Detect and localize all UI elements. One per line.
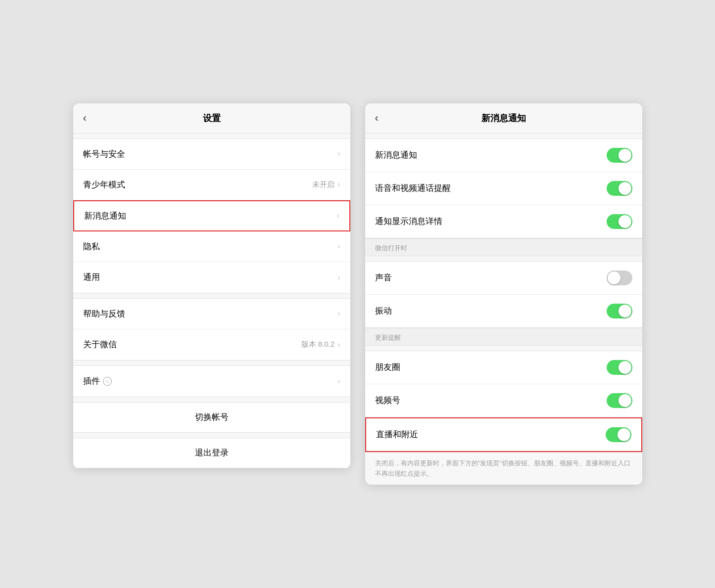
toggle-knob [619,361,631,374]
settings-plugin-group: 插件 ○ › [73,365,350,397]
plugin-label-container: 插件 ○ [83,375,112,387]
notification-item-live-nearby: 直播和附近 [365,417,642,452]
notification-live-nearby-toggle[interactable] [606,427,631,442]
settings-back-button[interactable]: ‹ [83,112,87,125]
notification-voice-video-toggle[interactable] [607,181,632,196]
settings-title: 设置 [203,112,221,124]
settings-item-general-label: 通用 [83,271,100,283]
chevron-icon: › [337,242,340,251]
switch-account-label: 切换帐号 [195,411,229,423]
notification-back-button[interactable]: ‹ [375,112,379,125]
chevron-icon: › [337,149,340,158]
settings-item-plugin-right: › [337,377,340,386]
toggle-knob [608,271,620,284]
notification-voice-video-label: 语音和视频通话提醒 [375,182,451,194]
notification-item-channels: 视频号 [365,384,642,417]
chevron-icon: › [337,309,340,318]
footer-note: 关闭后，有内容更新时，界面下方的"发现页"切换按钮、朋友圈、视频号、直播和附近入… [365,452,642,485]
toggle-knob [618,428,630,441]
notification-item-vibration: 振动 [365,295,642,327]
notification-moments-label: 朋友圈 [375,362,400,373]
settings-item-plugin-label: 插件 [83,375,100,387]
screens-container: ‹ 设置 帐号与安全 › 青少年模式 未开启 › 新消息通知 [73,103,642,485]
toggle-knob [619,149,631,162]
notification-channels-toggle[interactable] [607,393,632,408]
notification-vibration-label: 振动 [375,305,392,317]
section-update-remind-label: 更新提醒 [365,328,642,346]
settings-item-youth-right: 未开启 › [312,180,340,189]
chevron-icon: › [337,377,340,386]
settings-item-account[interactable]: 帐号与安全 › [73,139,350,170]
notification-live-nearby-label: 直播和附近 [376,429,418,440]
notification-vibration-toggle[interactable] [607,304,632,318]
chevron-icon: › [337,340,340,349]
notification-new-msg-label: 新消息通知 [375,149,417,161]
update-remind-group: 朋友圈 视频号 直播和附近 [365,351,642,452]
notification-header: ‹ 新消息通知 [365,103,642,134]
settings-item-about-right: 版本 8.0.2 › [301,340,340,349]
settings-header: ‹ 设置 [73,103,350,134]
notification-title: 新消息通知 [481,112,526,124]
settings-item-general[interactable]: 通用 › [73,262,350,293]
settings-main-group: 帐号与安全 › 青少年模式 未开启 › 新消息通知 › [73,138,350,293]
notification-moments-toggle[interactable] [607,360,632,375]
notification-item-voice-video: 语音和视频通话提醒 [365,172,642,205]
toggle-knob [619,182,631,195]
logout-button[interactable]: 退出登录 [73,438,350,468]
settings-item-privacy[interactable]: 隐私 › [73,231,350,262]
settings-item-notification[interactable]: 新消息通知 › [73,200,350,231]
switch-account-button[interactable]: 切换帐号 [73,402,350,433]
settings-item-youth-label: 青少年模式 [83,179,125,190]
settings-item-help[interactable]: 帮助与反馈 › [73,299,350,329]
logout-label: 退出登录 [195,447,229,458]
chevron-icon: › [336,211,339,220]
settings-item-privacy-label: 隐私 [83,241,100,252]
notification-sound-label: 声音 [375,272,392,283]
chevron-icon: › [337,273,340,282]
settings-item-youth-value: 未开启 [312,180,334,189]
notification-item-sound: 声音 [365,262,642,295]
settings-screen: ‹ 设置 帐号与安全 › 青少年模式 未开启 › 新消息通知 [73,103,350,468]
notification-channels-label: 视频号 [375,395,400,406]
notification-item-moments: 朋友圈 [365,351,642,384]
settings-item-privacy-right: › [337,242,340,251]
settings-item-help-right: › [337,309,340,318]
settings-item-youth[interactable]: 青少年模式 未开启 › [73,170,350,200]
settings-item-account-right: › [337,149,340,158]
toggle-knob [619,394,631,407]
settings-item-plugin[interactable]: 插件 ○ › [73,366,350,397]
section-wechat-open-label: 微信打开时 [365,238,642,256]
chevron-icon: › [337,180,340,189]
settings-secondary-group: 帮助与反馈 › 关于微信 版本 8.0.2 › [73,298,350,361]
notification-show-detail-toggle[interactable] [607,214,632,229]
toggle-knob [619,215,631,228]
wechat-open-group: 声音 振动 [365,261,642,328]
settings-item-about-value: 版本 8.0.2 [301,340,335,349]
settings-item-notification-right: › [336,211,339,220]
settings-item-about[interactable]: 关于微信 版本 8.0.2 › [73,329,350,360]
plugin-icon: ○ [103,377,112,386]
settings-item-account-label: 帐号与安全 [83,148,125,160]
notification-screen: ‹ 新消息通知 新消息通知 语音和视频通话提醒 通知显示消息详情 [365,103,642,485]
notification-item-new-msg: 新消息通知 [365,139,642,172]
settings-item-about-label: 关于微信 [83,339,117,350]
settings-item-notification-label: 新消息通知 [84,210,126,222]
settings-item-help-label: 帮助与反馈 [83,308,125,319]
notification-top-group: 新消息通知 语音和视频通话提醒 通知显示消息详情 [365,138,642,238]
notification-new-msg-toggle[interactable] [607,148,632,163]
toggle-knob [619,305,631,317]
notification-show-detail-label: 通知显示消息详情 [375,216,442,227]
notification-item-show-detail: 通知显示消息详情 [365,205,642,238]
settings-item-general-right: › [337,273,340,282]
notification-sound-toggle[interactable] [607,271,632,285]
